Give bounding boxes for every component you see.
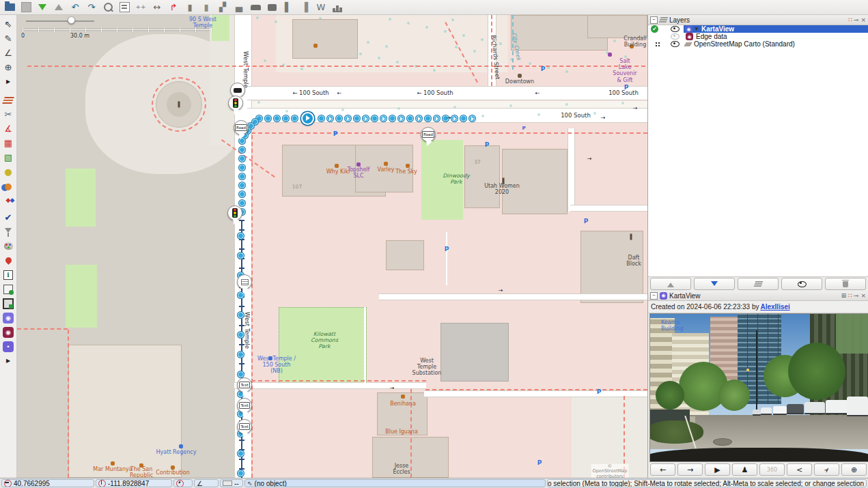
previous-photo-button[interactable]: ← bbox=[650, 463, 675, 476]
photo-marker[interactable] bbox=[239, 200, 245, 206]
close-icon[interactable]: × bbox=[860, 293, 866, 299]
photo-marker[interactable] bbox=[239, 147, 245, 153]
photo-marker[interactable] bbox=[354, 115, 360, 121]
toolbar-download-data[interactable] bbox=[34, 1, 51, 14]
sidebar-knife-tool[interactable]: ✂ bbox=[1, 107, 16, 121]
sidebar-map-paint-styles[interactable] bbox=[1, 93, 16, 107]
toolbar-panel-toggle-1[interactable]: ▮ bbox=[182, 1, 198, 14]
sidebar-authors-people[interactable]: ● bbox=[1, 179, 16, 193]
photo-marker[interactable] bbox=[327, 115, 333, 121]
toolbar-vehicle-car[interactable] bbox=[247, 1, 264, 14]
visibility-eye-icon[interactable] bbox=[671, 26, 680, 32]
photo-marker[interactable] bbox=[265, 115, 271, 121]
pin-icon[interactable]: ⊸ bbox=[854, 293, 859, 299]
sidebar-improve-accuracy-tool[interactable]: ⊕ bbox=[1, 60, 16, 74]
sidebar-tags-panel[interactable] bbox=[1, 282, 16, 296]
selected-photo-marker[interactable] bbox=[301, 112, 314, 125]
photo-marker[interactable] bbox=[238, 253, 244, 259]
locate-button[interactable]: ➢ bbox=[814, 463, 839, 476]
zoom-slider-track[interactable] bbox=[26, 20, 94, 22]
photo-marker[interactable] bbox=[460, 115, 466, 121]
collapse-icon[interactable]: − bbox=[650, 292, 658, 300]
move-layer-down-button[interactable] bbox=[694, 278, 735, 290]
sidebar-validation-check[interactable]: ✔ bbox=[1, 210, 16, 225]
photo-marker[interactable] bbox=[238, 450, 244, 457]
photo-marker[interactable] bbox=[372, 115, 378, 121]
sidebar-map-atlas[interactable]: ▧ bbox=[1, 150, 16, 164]
photo-marker[interactable] bbox=[345, 115, 351, 121]
road-marker[interactable]: Road bbox=[234, 120, 249, 135]
sidebar-info-panel[interactable]: i bbox=[1, 268, 16, 282]
toolbar-zoom-search[interactable] bbox=[100, 1, 116, 14]
delete-layer-button[interactable] bbox=[825, 278, 866, 290]
road-marker[interactable]: Road bbox=[421, 127, 436, 142]
zoom-slider-knob[interactable] bbox=[68, 16, 75, 24]
toolbar-redo[interactable]: ↷ bbox=[83, 1, 100, 14]
text-marker[interactable]: Text bbox=[237, 419, 252, 434]
detach-icon[interactable]: ∷ bbox=[848, 17, 852, 23]
map-canvas[interactable]: 0 30.0 m West TempleWest TempleRichards … bbox=[17, 15, 647, 478]
toolbar-panel-toggle-4[interactable]: ▄ bbox=[231, 1, 247, 14]
toolbar-selection-history[interactable]: ↱ bbox=[165, 1, 182, 14]
photo-marker[interactable] bbox=[451, 115, 458, 121]
visibility-eye-icon[interactable] bbox=[671, 33, 680, 40]
toolbar-open-file[interactable] bbox=[1, 1, 18, 14]
sidebar-select-tool[interactable]: ⇖ bbox=[1, 17, 16, 31]
photo-marker[interactable] bbox=[238, 351, 244, 358]
sidebar-kartaview-edge-button[interactable]: ◉ bbox=[1, 325, 16, 339]
sidebar-presets-pin[interactable] bbox=[1, 253, 16, 268]
visibility-eye-icon[interactable] bbox=[671, 41, 680, 47]
toolbar-chart[interactable] bbox=[329, 1, 346, 14]
merge-layer-button[interactable] bbox=[738, 278, 779, 290]
sidebar-draw-way-tool[interactable]: ∠ bbox=[1, 46, 16, 60]
sidebar-expand-bottom-arrow[interactable]: ▶ bbox=[1, 354, 16, 368]
toolbar-preferences[interactable] bbox=[116, 1, 132, 14]
photo-marker[interactable] bbox=[407, 115, 413, 121]
grid-icon[interactable]: ⊞ bbox=[841, 293, 847, 299]
photo-marker[interactable] bbox=[238, 371, 244, 377]
toolbar-adjust-nodes[interactable]: ++ bbox=[132, 1, 149, 14]
photo-marker[interactable] bbox=[283, 115, 289, 121]
photo-marker[interactable] bbox=[238, 470, 244, 476]
photo-marker[interactable] bbox=[380, 115, 387, 121]
sidebar-map-paint-palette[interactable] bbox=[1, 239, 16, 253]
sidebar-draw-node-tool[interactable]: ✎ bbox=[1, 31, 16, 46]
next-photo-button[interactable]: → bbox=[677, 463, 703, 476]
photo-marker[interactable] bbox=[469, 115, 475, 121]
sidebar-search-orbs[interactable]: ● bbox=[1, 164, 16, 179]
photo-marker[interactable] bbox=[274, 115, 280, 121]
sidebar-kartaview-button[interactable]: • bbox=[1, 339, 16, 354]
photo-marker[interactable] bbox=[238, 233, 244, 239]
photo-marker[interactable] bbox=[425, 115, 431, 121]
sidebar-measurement-tool[interactable]: ∡ bbox=[1, 121, 16, 136]
photo-marker[interactable] bbox=[336, 115, 342, 121]
toolbar-panel-toggle-3[interactable]: ▞ bbox=[214, 1, 231, 14]
play-sequence-button[interactable]: ▶ bbox=[705, 463, 730, 476]
layer-row-kartaview[interactable]: ✔ ◉ ▼ KartaView bbox=[648, 25, 868, 33]
panorama-360-button[interactable]: 360 bbox=[759, 463, 785, 476]
photo-marker[interactable] bbox=[389, 115, 395, 121]
sidebar-filter-funnel[interactable] bbox=[1, 225, 16, 239]
toolbar-pole-1[interactable]: ▌ bbox=[280, 1, 296, 14]
open-web-button[interactable]: ⊕ bbox=[841, 463, 867, 476]
traffic-marker[interactable] bbox=[227, 205, 242, 220]
detach-icon[interactable]: ∷ bbox=[848, 293, 852, 299]
toolbar-undo[interactable]: ↶ bbox=[67, 1, 83, 14]
text-marker[interactable]: Text bbox=[237, 377, 252, 392]
collapse-icon[interactable]: − bbox=[650, 16, 658, 24]
sidebar-validator-diamonds[interactable]: ◆ bbox=[1, 193, 16, 207]
street-photo[interactable]: Kearns Building bbox=[649, 313, 868, 462]
sidebar-relation-network[interactable]: ▦ bbox=[1, 136, 16, 150]
photo-marker[interactable] bbox=[239, 164, 245, 171]
photo-marker[interactable] bbox=[239, 182, 245, 188]
toolbar-save[interactable] bbox=[18, 1, 34, 14]
close-icon[interactable]: × bbox=[860, 17, 866, 23]
photo-marker[interactable] bbox=[318, 115, 324, 121]
toolbar-panel-toggle-2[interactable]: ▮ bbox=[198, 1, 214, 14]
sidebar-expand-tools-arrow[interactable]: ▶ bbox=[1, 74, 16, 89]
photo-marker[interactable] bbox=[239, 173, 245, 180]
author-link[interactable]: AlexIlisei bbox=[760, 303, 789, 311]
layer-row-edge-data[interactable]: ◉ Edge data bbox=[648, 33, 868, 40]
move-layer-up-button[interactable] bbox=[650, 278, 691, 290]
toolbar-upload-data[interactable] bbox=[51, 1, 67, 14]
